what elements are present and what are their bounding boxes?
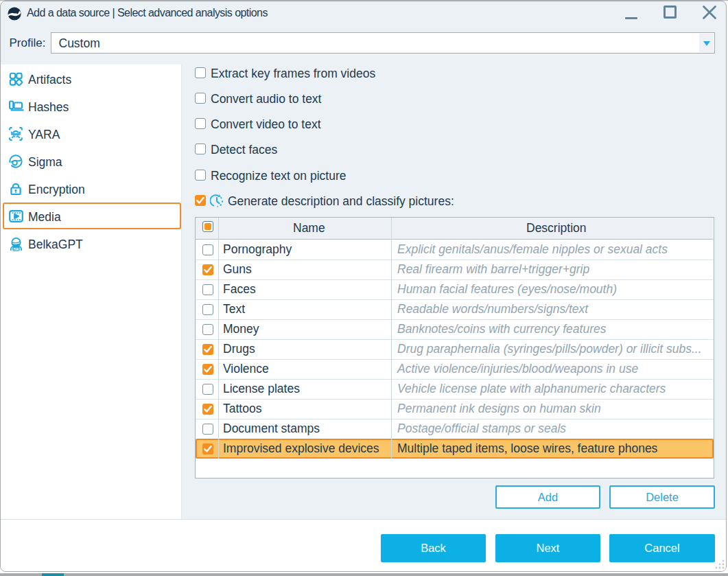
svg-text:GPT: GPT: [13, 247, 20, 251]
